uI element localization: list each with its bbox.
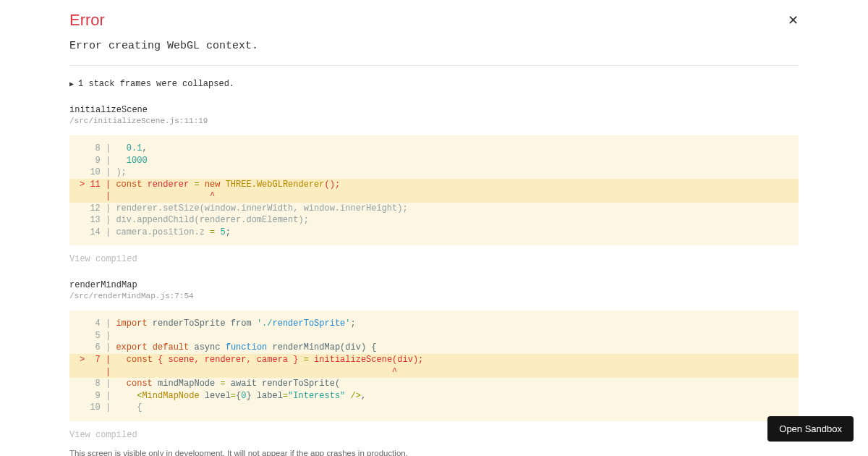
view-compiled-link[interactable]: View compiled (69, 254, 799, 264)
frame-location: /src/renderMindMap.js:7:54 (69, 292, 799, 300)
expand-icon: ▶ (69, 80, 74, 88)
error-title: Error (69, 11, 799, 30)
divider (69, 65, 799, 66)
error-message: Error creating WebGL context. (69, 40, 799, 52)
collapsed-frames-toggle[interactable]: ▶ 1 stack frames were collapsed. (69, 79, 799, 89)
collapsed-text: 1 stack frames were collapsed. (78, 79, 234, 89)
view-compiled-link[interactable]: View compiled (69, 430, 799, 440)
open-sandbox-button[interactable]: Open Sandbox (767, 416, 854, 442)
code-snippet: 4 | import renderToSprite from './render… (69, 311, 799, 421)
close-button[interactable]: ✕ (788, 14, 799, 27)
close-icon: ✕ (788, 13, 799, 28)
frame-function-name: initializeScene (69, 105, 799, 115)
frame-function-name: renderMindMap (69, 280, 799, 290)
code-snippet: 8 | 0.1, 9 | 1000 10 | ); > 11 | const r… (69, 135, 799, 245)
footer-notes: This screen is visible only in developme… (69, 447, 799, 456)
frame-location: /src/initializeScene.js:11:19 (69, 117, 799, 125)
